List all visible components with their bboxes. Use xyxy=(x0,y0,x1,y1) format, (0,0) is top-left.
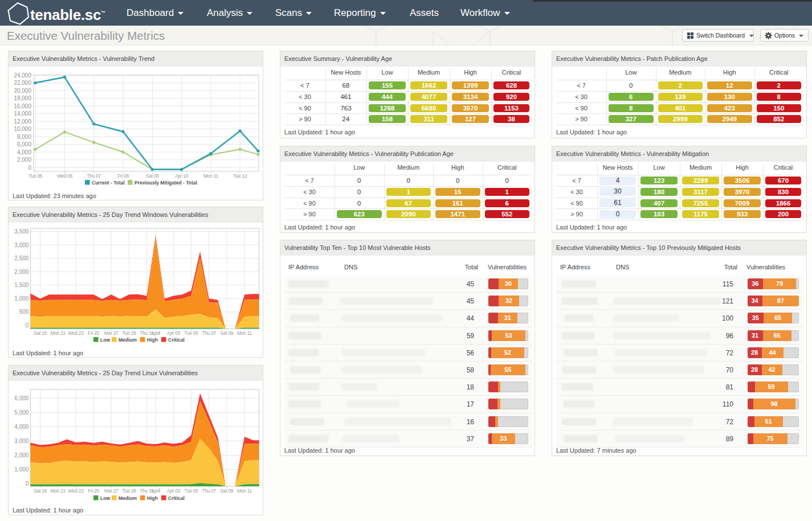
svg-text:0: 0 xyxy=(26,481,29,487)
svg-text:Mar 27: Mar 27 xyxy=(104,488,119,494)
svg-text:Sat 19: Sat 19 xyxy=(34,330,47,336)
svg-text:Mon 11: Mon 11 xyxy=(203,173,218,179)
svg-text:20,000: 20,000 xyxy=(14,88,31,94)
svg-text:4,000: 4,000 xyxy=(17,149,31,155)
svg-text:Mon 11: Mon 11 xyxy=(237,330,252,336)
svg-text:16,000: 16,000 xyxy=(14,103,31,109)
svg-text:Tue 29: Tue 29 xyxy=(122,488,136,494)
svg-text:4,000: 4,000 xyxy=(14,424,28,430)
svg-text:1,500: 1,500 xyxy=(14,282,28,288)
svg-text:Current - Total: Current - Total xyxy=(92,180,125,186)
svg-text:Thu 07: Thu 07 xyxy=(202,330,216,336)
svg-text:Tue 05: Tue 05 xyxy=(184,488,198,494)
svg-text:High: High xyxy=(147,495,158,501)
svg-text:500: 500 xyxy=(19,309,29,315)
svg-text:22,000: 22,000 xyxy=(14,80,31,86)
svg-text:April: April xyxy=(151,330,160,336)
svg-text:Wed 23: Wed 23 xyxy=(68,330,84,336)
svg-text:0: 0 xyxy=(26,322,29,329)
svg-text:Fri 25: Fri 25 xyxy=(88,488,100,494)
svg-text:Low: Low xyxy=(100,495,110,501)
svg-text:12,000: 12,000 xyxy=(14,118,31,125)
svg-text:0: 0 xyxy=(28,165,31,171)
svg-text:3,000: 3,000 xyxy=(14,438,28,444)
svg-text:8,000: 8,000 xyxy=(17,134,31,140)
svg-text:Sat 09: Sat 09 xyxy=(221,488,234,494)
svg-text:Sat 19: Sat 19 xyxy=(34,488,47,494)
svg-text:3,500: 3,500 xyxy=(14,228,28,235)
svg-text:Tue 05: Tue 05 xyxy=(184,330,198,336)
svg-text:Previously Mitigated - Total: Previously Mitigated - Total xyxy=(134,180,197,186)
svg-text:Critical: Critical xyxy=(168,495,185,501)
svg-text:Tue 29: Tue 29 xyxy=(122,330,136,336)
svg-text:2,000: 2,000 xyxy=(14,269,28,275)
svg-text:1,000: 1,000 xyxy=(14,466,28,473)
svg-text:Apr 03: Apr 03 xyxy=(167,488,181,494)
svg-text:Thu 07: Thu 07 xyxy=(87,173,101,179)
svg-text:6,000: 6,000 xyxy=(17,141,31,147)
svg-text:Thu 07: Thu 07 xyxy=(202,488,216,494)
svg-text:Apr 03: Apr 03 xyxy=(167,330,181,336)
svg-text:Tue 05: Tue 05 xyxy=(28,173,43,179)
svg-text:High: High xyxy=(147,337,158,343)
svg-text:5,000: 5,000 xyxy=(14,409,28,416)
svg-text:Fri 08: Fri 08 xyxy=(117,173,129,179)
svg-text:24,000: 24,000 xyxy=(14,72,31,79)
svg-text:2,000: 2,000 xyxy=(14,452,28,458)
svg-text:Mar 27: Mar 27 xyxy=(104,330,119,336)
svg-text:Wed 23: Wed 23 xyxy=(68,488,84,494)
svg-text:6,000: 6,000 xyxy=(14,395,28,401)
svg-text:1,000: 1,000 xyxy=(14,296,28,302)
svg-text:2,500: 2,500 xyxy=(14,255,28,261)
svg-text:3,000: 3,000 xyxy=(14,242,28,248)
svg-text:Mon 21: Mon 21 xyxy=(50,330,66,336)
svg-text:Sat 09: Sat 09 xyxy=(221,330,234,336)
svg-text:Apr 10: Apr 10 xyxy=(175,173,189,179)
svg-text:Sat 09: Sat 09 xyxy=(146,173,159,179)
svg-text:Medium: Medium xyxy=(119,495,137,501)
svg-text:Wed 06: Wed 06 xyxy=(57,173,73,179)
svg-text:April: April xyxy=(151,488,160,494)
svg-text:Mon 21: Mon 21 xyxy=(50,488,66,494)
svg-text:Fri 25: Fri 25 xyxy=(88,330,100,336)
svg-text:10,000: 10,000 xyxy=(14,126,31,132)
svg-text:18,000: 18,000 xyxy=(14,95,31,101)
svg-text:Medium: Medium xyxy=(119,337,137,343)
svg-text:Critical: Critical xyxy=(168,337,185,343)
svg-text:Mon 11: Mon 11 xyxy=(237,488,252,494)
svg-text:14,000: 14,000 xyxy=(14,110,31,117)
svg-text:2,000: 2,000 xyxy=(17,157,31,163)
svg-text:Tue 12: Tue 12 xyxy=(233,173,247,179)
svg-text:Low: Low xyxy=(100,337,110,343)
